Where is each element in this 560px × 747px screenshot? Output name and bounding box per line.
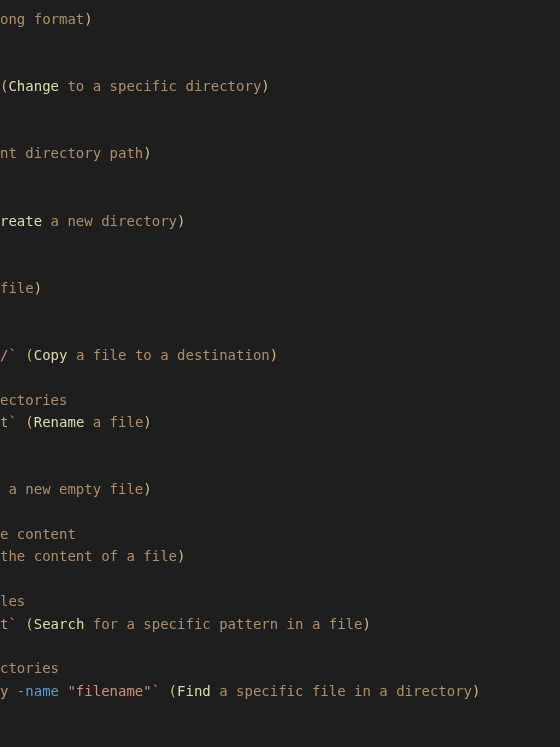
code-line [0, 501, 560, 523]
code-token: ctories [0, 660, 59, 676]
code-line: a new empty file) [0, 478, 560, 500]
code-line: ctories [0, 657, 560, 679]
code-line: nt directory path) [0, 142, 560, 164]
code-token: Search [34, 616, 85, 632]
code-line: ectories [0, 389, 560, 411]
code-line: y -name "filename"` (Find a specific fil… [0, 680, 560, 702]
code-line: les [0, 590, 560, 612]
code-token: the content of a file [0, 548, 177, 564]
code-line [0, 299, 560, 321]
code-line: ong format) [0, 8, 560, 30]
code-token: ) [177, 213, 185, 229]
code-line: t` (Search for a specific pattern in a f… [0, 613, 560, 635]
code-token: Change [8, 78, 59, 94]
code-token: t` [0, 414, 25, 430]
code-line [0, 30, 560, 52]
code-token: ) [34, 280, 42, 296]
code-line [0, 321, 560, 343]
code-token: Rename [34, 414, 85, 430]
code-token: ( [169, 683, 177, 699]
code-line: file) [0, 277, 560, 299]
code-token: -name [17, 683, 59, 699]
code-line: reate a new directory) [0, 210, 560, 232]
code-token: reate [0, 213, 42, 229]
code-line [0, 254, 560, 276]
code-token: ) [84, 11, 92, 27]
code-token: ) [143, 145, 151, 161]
code-token: e content [0, 526, 76, 542]
code-line [0, 568, 560, 590]
code-line: (Change to a specific directory) [0, 75, 560, 97]
code-token: ( [25, 414, 33, 430]
code-line [0, 120, 560, 142]
code-token: ong format [0, 11, 84, 27]
code-token: ) [261, 78, 269, 94]
code-line [0, 232, 560, 254]
code-token: les [0, 593, 25, 609]
code-token: ) [270, 347, 278, 363]
code-token: a new directory [42, 213, 177, 229]
code-token: ( [25, 616, 33, 632]
code-line [0, 456, 560, 478]
code-line: e content [0, 523, 560, 545]
code-token: a specific file in a directory [211, 683, 472, 699]
code-line [0, 53, 560, 75]
code-token: ) [143, 414, 151, 430]
code-token: for a specific pattern in a file [84, 616, 362, 632]
code-line [0, 725, 560, 747]
code-token: ectories [0, 392, 67, 408]
code-editor-content: ong format) (Change to a specific direct… [0, 8, 560, 747]
code-token: file [0, 280, 34, 296]
code-line [0, 702, 560, 724]
code-token: ) [177, 548, 185, 564]
code-token: y [0, 683, 17, 699]
code-token: to a specific directory [59, 78, 261, 94]
code-line: the content of a file) [0, 545, 560, 567]
code-line [0, 187, 560, 209]
code-token: a file to a destination [67, 347, 269, 363]
code-token: Find [177, 683, 211, 699]
code-line [0, 433, 560, 455]
code-token: ) [472, 683, 480, 699]
code-line [0, 98, 560, 120]
code-token: a file [84, 414, 143, 430]
code-line: /` (Copy a file to a destination) [0, 344, 560, 366]
code-token: ( [25, 347, 33, 363]
code-token: Copy [34, 347, 68, 363]
code-line [0, 165, 560, 187]
code-token: "filename"` [59, 683, 169, 699]
code-token: nt directory path [0, 145, 143, 161]
code-line: t` (Rename a file) [0, 411, 560, 433]
code-token: t` [0, 616, 25, 632]
code-token: ) [362, 616, 370, 632]
code-token: a new empty file [0, 481, 143, 497]
code-token: ) [143, 481, 151, 497]
code-line [0, 366, 560, 388]
code-token: /` [0, 347, 25, 363]
code-line [0, 635, 560, 657]
